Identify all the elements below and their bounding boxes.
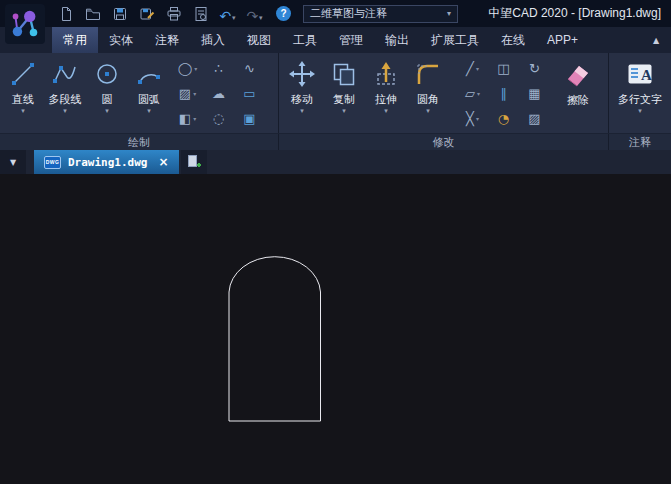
tab-home[interactable]: 常用: [52, 27, 98, 53]
undo-button[interactable]: ↶ ▾: [216, 4, 239, 23]
tab-annotate[interactable]: 注释: [144, 27, 190, 53]
button-label: 移动: [291, 92, 313, 107]
gradient-tool[interactable]: ◧ ▾: [172, 106, 203, 131]
open-button[interactable]: [81, 4, 104, 23]
tab-solid[interactable]: 实体: [98, 27, 144, 53]
dropdown-arrow-icon: ▾: [384, 108, 388, 115]
circle-button[interactable]: 圆 ▾: [86, 55, 128, 131]
gradient-icon: ◧: [179, 112, 191, 126]
array-tool[interactable]: ▦: [519, 81, 550, 106]
scale-icon: ▱: [465, 87, 475, 101]
button-label: 擦除: [567, 93, 589, 108]
copy-button[interactable]: 复制 ▾: [323, 55, 365, 131]
button-label: 多段线: [49, 92, 82, 107]
title-bar: ↶ ▾ ↷ ▾ ? 二维草图与注释 ▾ 中望CAD 2020 - [Drawin…: [0, 0, 671, 27]
spline-tool[interactable]: ∿: [234, 56, 265, 81]
hatch-tool[interactable]: ▨ ▾: [172, 81, 203, 106]
tab-manage[interactable]: 管理: [328, 27, 374, 53]
new-document-tab-button[interactable]: [181, 150, 207, 174]
dropdown-arrow-icon: ▾: [193, 90, 196, 97]
rotate-tool[interactable]: ↻: [519, 56, 550, 81]
dwg-file-icon: DWG: [44, 156, 61, 169]
tab-app-plus[interactable]: APP+: [536, 27, 589, 53]
annotate-panel-label[interactable]: 注释: [609, 134, 671, 151]
draw-panel-label[interactable]: 绘制: [0, 134, 279, 151]
collapse-ribbon-button[interactable]: ▲: [641, 27, 671, 53]
tab-insert[interactable]: 插入: [190, 27, 236, 53]
new-button[interactable]: [54, 4, 77, 23]
join-icon: ◔: [498, 112, 509, 126]
move-button[interactable]: 移动 ▾: [281, 55, 323, 131]
line-icon: [9, 60, 37, 88]
printer-icon: [166, 6, 182, 22]
save-button[interactable]: [108, 4, 131, 23]
draw-small-tools: ◯ ▾ ∴ ∿ ▨ ▾ ☁ ▭ ◧ ▾ ◌: [172, 56, 265, 131]
chevron-down-icon: ▼: [10, 158, 16, 167]
dropdown-arrow-icon: ▾: [342, 108, 346, 115]
dropdown-arrow-icon: ▾: [194, 65, 197, 72]
draw-panel: 直线 ▾ 多段线 ▾: [0, 53, 279, 133]
new-file-icon: [58, 6, 74, 22]
explode-tool[interactable]: ▨: [519, 106, 550, 131]
dropdown-arrow-icon: ▾: [105, 108, 109, 115]
document-tab-active[interactable]: DWG Drawing1.dwg ×: [34, 150, 179, 174]
tab-online[interactable]: 在线: [490, 27, 536, 53]
print-button[interactable]: [162, 4, 185, 23]
help-button[interactable]: ?: [276, 6, 291, 21]
plot-preview-button[interactable]: [189, 4, 212, 23]
donut-tool[interactable]: ◌: [203, 106, 234, 131]
point-tool[interactable]: ∴: [203, 56, 234, 81]
scale-tool[interactable]: ▱ ▾: [457, 81, 488, 106]
erase-button[interactable]: 擦除: [553, 55, 603, 131]
workspace-selector-value: 二维草图与注释: [310, 6, 387, 21]
tab-tools[interactable]: 工具: [282, 27, 328, 53]
trim-tool[interactable]: ╱ ▾: [457, 56, 488, 81]
quick-access-toolbar: ↶ ▾ ↷ ▾ ?: [54, 4, 291, 23]
ellipse-tool[interactable]: ◯ ▾: [172, 56, 203, 81]
copy-icon: [330, 60, 358, 88]
workspace-selector[interactable]: 二维草图与注释 ▾: [303, 5, 458, 23]
stretch-button[interactable]: 拉伸 ▾: [365, 55, 407, 131]
modify-panel-label[interactable]: 修改: [279, 134, 609, 151]
donut-icon: ◌: [213, 112, 224, 126]
mirror-tool[interactable]: ◫: [488, 56, 519, 81]
save-as-icon: [139, 6, 155, 22]
region-tool[interactable]: ▣: [234, 106, 265, 131]
dropdown-arrow-icon: ▾: [477, 90, 480, 97]
join-tool[interactable]: ◔: [488, 106, 519, 131]
dropdown-arrow-icon: ▾: [638, 108, 642, 115]
svg-text:A: A: [641, 67, 652, 83]
polyline-button[interactable]: 多段线 ▾: [44, 55, 86, 131]
drawing-canvas[interactable]: [0, 174, 671, 484]
arc-button[interactable]: 圆弧 ▾: [128, 55, 170, 131]
dropdown-arrow-icon: ▾: [232, 13, 236, 23]
break-tool[interactable]: ╳ ▾: [457, 106, 488, 131]
mtext-button[interactable]: A 多行文字 ▾: [612, 55, 668, 131]
redo-button[interactable]: ↷ ▾: [243, 4, 266, 23]
collapse-ribbon-icon: ▲: [653, 36, 659, 45]
tab-view[interactable]: 视图: [236, 27, 282, 53]
tab-output[interactable]: 输出: [374, 27, 420, 53]
document-list-button[interactable]: ▼: [0, 150, 26, 174]
circle-icon: [93, 60, 121, 88]
save-as-button[interactable]: [135, 4, 158, 23]
dropdown-arrow-icon: ▾: [426, 108, 430, 115]
door-shape-entity[interactable]: [229, 257, 321, 421]
app-logo[interactable]: [5, 4, 45, 44]
preview-icon: [193, 6, 209, 22]
close-icon[interactable]: ×: [158, 155, 168, 169]
modify-panel: 移动 ▾ 复制 ▾: [279, 53, 609, 133]
polyline-icon: [51, 60, 79, 88]
line-button[interactable]: 直线 ▾: [2, 55, 44, 131]
fillet-button[interactable]: 圆角 ▾: [407, 55, 449, 131]
tab-express-tools[interactable]: 扩展工具: [420, 27, 490, 53]
chevron-down-icon: ▾: [447, 9, 451, 18]
region-icon: ▣: [243, 112, 255, 126]
revision-cloud-tool[interactable]: ☁: [203, 81, 234, 106]
break-icon: ╳: [466, 112, 474, 126]
rectangle-tool[interactable]: ▭: [234, 81, 265, 106]
dropdown-arrow-icon: ▾: [259, 13, 263, 23]
arc-icon: [135, 60, 163, 88]
button-label: 多行文字: [618, 92, 662, 107]
offset-tool[interactable]: ∥: [488, 81, 519, 106]
